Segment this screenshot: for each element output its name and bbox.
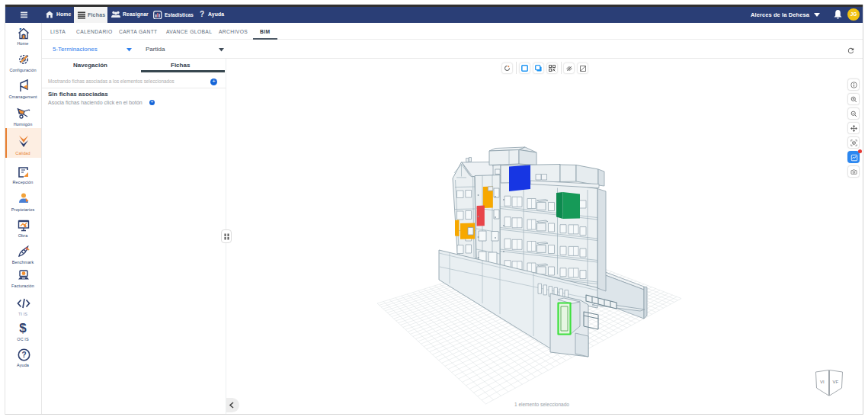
svg-text:VI: VI [820,380,825,384]
svg-text:?: ? [21,351,26,359]
svg-text:1 elemento seleccionado: 1 elemento seleccionado [514,402,569,407]
svg-text:VF: VF [833,380,839,384]
